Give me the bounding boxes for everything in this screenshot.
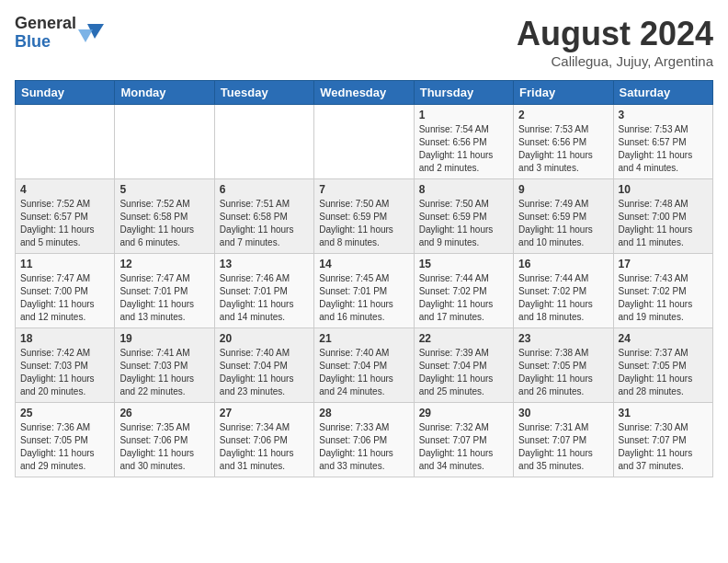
day-number: 19 <box>119 332 209 345</box>
calendar-week-row: 1Sunrise: 7:54 AM Sunset: 6:56 PM Daylig… <box>16 105 713 179</box>
day-number: 14 <box>319 258 408 270</box>
day-number: 31 <box>619 407 708 419</box>
calendar-cell: 21Sunrise: 7:40 AM Sunset: 7:04 PM Dayli… <box>314 328 414 403</box>
page-header: General Blue August 2024 Calilegua, Juju… <box>15 15 713 69</box>
day-info: Sunrise: 7:44 AM Sunset: 7:02 PM Dayligh… <box>419 272 508 324</box>
calendar-cell: 5Sunrise: 7:52 AM Sunset: 6:58 PM Daylig… <box>115 179 214 254</box>
day-number: 13 <box>220 258 309 270</box>
day-info: Sunrise: 7:49 AM Sunset: 6:59 PM Dayligh… <box>518 198 608 249</box>
calendar-cell: 31Sunrise: 7:30 AM Sunset: 7:07 PM Dayli… <box>613 403 712 477</box>
day-number: 29 <box>419 407 508 419</box>
day-number: 30 <box>518 407 608 419</box>
calendar-cell: 26Sunrise: 7:35 AM Sunset: 7:06 PM Dayli… <box>115 403 214 477</box>
calendar-cell <box>16 105 115 179</box>
day-info: Sunrise: 7:47 AM Sunset: 7:01 PM Dayligh… <box>119 272 209 324</box>
calendar-cell: 20Sunrise: 7:40 AM Sunset: 7:04 PM Dayli… <box>214 328 313 403</box>
day-header-sunday: Sunday <box>16 81 115 105</box>
day-info: Sunrise: 7:52 AM Sunset: 6:58 PM Dayligh… <box>119 198 209 249</box>
calendar-cell: 17Sunrise: 7:43 AM Sunset: 7:02 PM Dayli… <box>613 254 712 328</box>
logo-icon <box>78 20 104 46</box>
calendar-week-row: 11Sunrise: 7:47 AM Sunset: 7:00 PM Dayli… <box>16 254 713 328</box>
calendar-table: SundayMondayTuesdayWednesdayThursdayFrid… <box>15 80 713 477</box>
calendar-cell: 8Sunrise: 7:50 AM Sunset: 6:59 PM Daylig… <box>414 179 513 254</box>
calendar-cell: 25Sunrise: 7:36 AM Sunset: 7:05 PM Dayli… <box>16 403 115 477</box>
day-number: 6 <box>220 183 309 196</box>
title-section: August 2024 Calilegua, Jujuy, Argentina <box>517 15 713 69</box>
day-info: Sunrise: 7:37 AM Sunset: 7:05 PM Dayligh… <box>619 347 708 398</box>
month-title: August 2024 <box>517 15 713 53</box>
day-number: 27 <box>220 407 309 419</box>
day-number: 2 <box>518 109 608 121</box>
subtitle: Calilegua, Jujuy, Argentina <box>517 53 713 69</box>
calendar-cell: 29Sunrise: 7:32 AM Sunset: 7:07 PM Dayli… <box>414 403 513 477</box>
day-info: Sunrise: 7:43 AM Sunset: 7:02 PM Dayligh… <box>619 272 708 324</box>
day-number: 24 <box>619 332 708 345</box>
day-info: Sunrise: 7:39 AM Sunset: 7:04 PM Dayligh… <box>419 347 508 398</box>
day-number: 26 <box>119 407 209 419</box>
calendar-cell: 1Sunrise: 7:54 AM Sunset: 6:56 PM Daylig… <box>414 105 513 179</box>
calendar-cell: 30Sunrise: 7:31 AM Sunset: 7:07 PM Dayli… <box>514 403 613 477</box>
calendar-cell: 10Sunrise: 7:48 AM Sunset: 7:00 PM Dayli… <box>613 179 712 254</box>
day-info: Sunrise: 7:42 AM Sunset: 7:03 PM Dayligh… <box>20 347 109 398</box>
day-number: 21 <box>319 332 408 345</box>
day-number: 17 <box>619 258 708 270</box>
calendar-cell: 28Sunrise: 7:33 AM Sunset: 7:06 PM Dayli… <box>314 403 414 477</box>
day-info: Sunrise: 7:50 AM Sunset: 6:59 PM Dayligh… <box>319 198 408 249</box>
day-info: Sunrise: 7:40 AM Sunset: 7:04 PM Dayligh… <box>319 347 408 398</box>
calendar-cell: 23Sunrise: 7:38 AM Sunset: 7:05 PM Dayli… <box>514 328 613 403</box>
day-info: Sunrise: 7:38 AM Sunset: 7:05 PM Dayligh… <box>518 347 608 398</box>
day-number: 4 <box>20 183 109 196</box>
day-info: Sunrise: 7:45 AM Sunset: 7:01 PM Dayligh… <box>319 272 408 324</box>
calendar-cell <box>214 105 313 179</box>
day-number: 3 <box>619 109 708 121</box>
calendar-cell: 22Sunrise: 7:39 AM Sunset: 7:04 PM Dayli… <box>414 328 513 403</box>
day-info: Sunrise: 7:48 AM Sunset: 7:00 PM Dayligh… <box>619 198 708 249</box>
day-info: Sunrise: 7:50 AM Sunset: 6:59 PM Dayligh… <box>419 198 508 249</box>
calendar-cell <box>115 105 214 179</box>
day-info: Sunrise: 7:44 AM Sunset: 7:02 PM Dayligh… <box>518 272 608 324</box>
logo: General Blue <box>15 15 104 52</box>
day-number: 9 <box>518 183 608 196</box>
calendar-header-row: SundayMondayTuesdayWednesdayThursdayFrid… <box>16 81 713 105</box>
calendar-cell: 9Sunrise: 7:49 AM Sunset: 6:59 PM Daylig… <box>514 179 613 254</box>
calendar-cell: 4Sunrise: 7:52 AM Sunset: 6:57 PM Daylig… <box>16 179 115 254</box>
day-number: 12 <box>119 258 209 270</box>
day-info: Sunrise: 7:40 AM Sunset: 7:04 PM Dayligh… <box>220 347 309 398</box>
day-info: Sunrise: 7:30 AM Sunset: 7:07 PM Dayligh… <box>619 421 708 473</box>
calendar-week-row: 18Sunrise: 7:42 AM Sunset: 7:03 PM Dayli… <box>16 328 713 403</box>
calendar-cell: 18Sunrise: 7:42 AM Sunset: 7:03 PM Dayli… <box>16 328 115 403</box>
day-number: 18 <box>20 332 109 345</box>
day-header-tuesday: Tuesday <box>214 81 313 105</box>
calendar-cell: 16Sunrise: 7:44 AM Sunset: 7:02 PM Dayli… <box>514 254 613 328</box>
day-number: 7 <box>319 183 408 196</box>
day-info: Sunrise: 7:31 AM Sunset: 7:07 PM Dayligh… <box>518 421 608 473</box>
calendar-cell: 6Sunrise: 7:51 AM Sunset: 6:58 PM Daylig… <box>214 179 313 254</box>
calendar-cell <box>314 105 414 179</box>
day-number: 20 <box>220 332 309 345</box>
day-number: 16 <box>518 258 608 270</box>
day-info: Sunrise: 7:35 AM Sunset: 7:06 PM Dayligh… <box>119 421 209 473</box>
day-number: 1 <box>419 109 508 121</box>
day-info: Sunrise: 7:46 AM Sunset: 7:01 PM Dayligh… <box>220 272 309 324</box>
day-info: Sunrise: 7:53 AM Sunset: 6:57 PM Dayligh… <box>619 123 708 175</box>
day-header-wednesday: Wednesday <box>314 81 414 105</box>
day-number: 28 <box>319 407 408 419</box>
logo-general-text: General <box>15 15 76 33</box>
day-info: Sunrise: 7:41 AM Sunset: 7:03 PM Dayligh… <box>119 347 209 398</box>
logo-blue-text: Blue <box>15 33 76 52</box>
day-number: 22 <box>419 332 508 345</box>
svg-marker-1 <box>78 29 93 42</box>
calendar-cell: 3Sunrise: 7:53 AM Sunset: 6:57 PM Daylig… <box>613 105 712 179</box>
day-info: Sunrise: 7:54 AM Sunset: 6:56 PM Dayligh… <box>419 123 508 175</box>
day-info: Sunrise: 7:51 AM Sunset: 6:58 PM Dayligh… <box>220 198 309 249</box>
calendar-cell: 19Sunrise: 7:41 AM Sunset: 7:03 PM Dayli… <box>115 328 214 403</box>
day-info: Sunrise: 7:34 AM Sunset: 7:06 PM Dayligh… <box>220 421 309 473</box>
day-info: Sunrise: 7:52 AM Sunset: 6:57 PM Dayligh… <box>20 198 109 249</box>
calendar-cell: 12Sunrise: 7:47 AM Sunset: 7:01 PM Dayli… <box>115 254 214 328</box>
calendar-cell: 11Sunrise: 7:47 AM Sunset: 7:00 PM Dayli… <box>16 254 115 328</box>
day-header-monday: Monday <box>115 81 214 105</box>
calendar-cell: 15Sunrise: 7:44 AM Sunset: 7:02 PM Dayli… <box>414 254 513 328</box>
calendar-cell: 7Sunrise: 7:50 AM Sunset: 6:59 PM Daylig… <box>314 179 414 254</box>
day-header-thursday: Thursday <box>414 81 513 105</box>
calendar-week-row: 4Sunrise: 7:52 AM Sunset: 6:57 PM Daylig… <box>16 179 713 254</box>
